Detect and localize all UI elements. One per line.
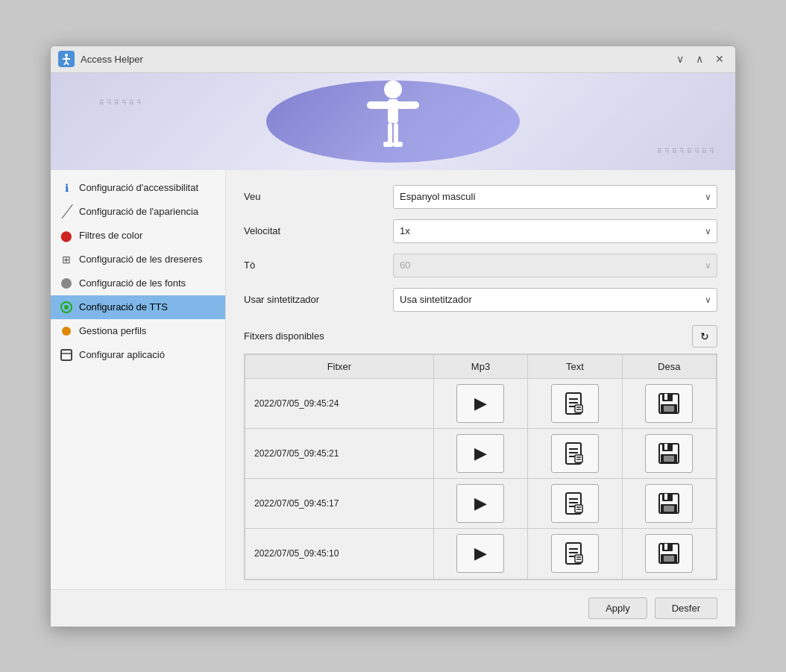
svg-rect-53: [664, 506, 674, 512]
sidebar-item-label: Configuració de les fonts: [79, 277, 186, 289]
desfer-button[interactable]: Desfer: [655, 597, 717, 619]
sint-select[interactable]: Usa sintetitzador Espeak Festival: [393, 288, 717, 312]
save-icon: [658, 442, 680, 465]
table-row: 2022/07/05_09:45:24 ▶: [245, 378, 717, 428]
col-fitxer: Fitxer: [245, 354, 434, 378]
sint-select-wrapper: Usa sintetitzador Espeak Festival ∨: [393, 288, 717, 312]
play-button-2[interactable]: ▶: [456, 484, 504, 523]
svg-rect-7: [367, 101, 419, 109]
svg-rect-39: [664, 444, 667, 450]
shortcuts-icon: ⊞: [60, 253, 73, 266]
text-button-0[interactable]: [551, 384, 599, 423]
appearance-icon: ╱: [60, 205, 73, 219]
text-cell-3: [528, 529, 622, 579]
mp3-cell-0: ▶: [433, 378, 527, 428]
table-row: 2022/07/05_09:45:17 ▶: [245, 479, 717, 529]
main-window: Access Helper ∨ ∧ ✕ ⠿⠻⠿⠻⠿⠻ ⠿⠻⠿⠻⠿⠻⠿⠻: [50, 45, 736, 627]
braille-right: ⠿⠻⠿⠻⠿⠻⠿⠻: [657, 148, 717, 155]
refresh-button[interactable]: ↻: [692, 325, 717, 348]
velocitat-label: Velocitat: [244, 225, 393, 236]
sidebar-item-label: Configuració d'accessibilitat: [79, 182, 198, 193]
color-filters-icon: ⬤: [60, 229, 73, 242]
svg-rect-46: [575, 505, 582, 512]
sidebar-item-label: Gestiona perfils: [79, 325, 146, 336]
svg-rect-16: [61, 350, 72, 360]
col-mp3: Mp3: [433, 354, 527, 378]
app-icon: [58, 51, 75, 67]
play-button-3[interactable]: ▶: [456, 534, 504, 573]
save-icon: [658, 542, 680, 565]
svg-rect-51: [664, 494, 667, 500]
sidebar-item-appearance[interactable]: ╱ Configuració de l'apariencia: [51, 200, 225, 224]
save-button-0[interactable]: [645, 384, 693, 423]
svg-line-4: [66, 62, 69, 65]
titlebar-controls: ∨ ∧ ✕: [673, 51, 728, 66]
velocitat-select-wrapper: 0.5x 1x 1.5x 2x ∨: [393, 219, 717, 243]
velocitat-select[interactable]: 0.5x 1x 1.5x 2x: [393, 219, 717, 243]
svg-rect-34: [575, 455, 582, 462]
to-select[interactable]: 60: [393, 254, 717, 277]
bottom-bar: Apply Desfer: [51, 589, 735, 627]
sidebar-item-accessibility[interactable]: ℹ Configuració d'accessibilitat: [51, 176, 225, 200]
accessibility-icon: ℹ: [60, 181, 73, 195]
sidebar-item-fonts[interactable]: Configuració de les fonts: [51, 271, 225, 295]
main-content: ℹ Configuració d'accessibilitat ╱ Config…: [51, 170, 735, 589]
sidebar-item-app-config[interactable]: Configurar aplicació: [51, 343, 225, 367]
files-table-wrapper: Fitxer Mp3 Text Desa 2022/07/05_09:45:24: [244, 354, 717, 580]
sidebar-item-profiles[interactable]: Gestiona perfils: [51, 319, 225, 343]
col-desa: Desa: [622, 354, 716, 378]
text-cell-1: [528, 428, 622, 478]
sidebar-item-label: Filtres de color: [79, 230, 142, 241]
play-button-1[interactable]: ▶: [456, 434, 504, 473]
text-button-2[interactable]: [551, 484, 599, 523]
sidebar-item-label: Configurar aplicació: [79, 349, 165, 360]
filename-cell: 2022/07/05_09:45:17: [245, 479, 434, 529]
svg-rect-58: [575, 555, 582, 562]
veu-label: Veu: [244, 191, 393, 202]
text-button-3[interactable]: [551, 534, 599, 573]
save-cell-2: [622, 479, 716, 529]
veu-select[interactable]: Espanyol masculí Espanyol femení Català …: [393, 185, 717, 209]
files-section: Fitxers disponibles ↻ Fitxer Mp3 Text De…: [244, 325, 717, 580]
to-row: Tò 60 ∨: [244, 254, 717, 277]
velocitat-row: Velocitat 0.5x 1x 1.5x 2x ∨: [244, 219, 717, 243]
svg-rect-10: [383, 142, 393, 147]
person-icon: [359, 79, 427, 154]
header-image: ⠿⠻⠿⠻⠿⠻ ⠿⠻⠿⠻⠿⠻⠿⠻: [51, 73, 735, 170]
table-row: 2022/07/05_09:45:10 ▶: [245, 529, 717, 579]
tts-icon: [60, 301, 73, 314]
sidebar-item-color-filters[interactable]: ⬤ Filtres de color: [51, 224, 225, 248]
sidebar-item-label: Configuració de les dreseres: [79, 254, 202, 265]
text-file-icon: [565, 442, 585, 465]
save-cell-0: [622, 378, 716, 428]
svg-rect-22: [575, 405, 582, 412]
save-cell-1: [622, 428, 716, 478]
filename-cell: 2022/07/05_09:45:21: [245, 428, 434, 478]
svg-rect-29: [664, 406, 674, 412]
files-table: Fitxer Mp3 Text Desa 2022/07/05_09:45:24: [245, 354, 717, 580]
svg-point-5: [384, 81, 402, 98]
col-text: Text: [528, 354, 622, 378]
minimize-button[interactable]: ∨: [673, 51, 688, 66]
text-button-1[interactable]: [551, 434, 599, 473]
text-file-icon: [565, 492, 585, 515]
mp3-cell-2: ▶: [433, 479, 527, 529]
maximize-button[interactable]: ∧: [692, 51, 707, 66]
close-button[interactable]: ✕: [711, 51, 728, 66]
filename-cell: 2022/07/05_09:45:24: [245, 378, 434, 428]
text-cell-0: [528, 378, 622, 428]
save-cell-3: [622, 529, 716, 579]
apply-button[interactable]: Apply: [588, 597, 647, 619]
save-button-1[interactable]: [645, 434, 693, 473]
sidebar-item-tts[interactable]: Configuració de TTS: [51, 295, 225, 319]
sint-row: Usar sintetitzador Usa sintetitzador Esp…: [244, 288, 717, 312]
svg-point-14: [64, 305, 69, 310]
play-button-0[interactable]: ▶: [456, 384, 504, 423]
settings-panel: Veu Espanyol masculí Espanyol femení Cat…: [226, 170, 735, 589]
braille-left: ⠿⠻⠿⠻⠿⠻: [99, 99, 144, 107]
save-button-2[interactable]: [645, 484, 693, 523]
veu-select-wrapper: Espanyol masculí Espanyol femení Català …: [393, 185, 717, 209]
save-button-3[interactable]: [645, 534, 693, 573]
sidebar-item-shortcuts[interactable]: ⊞ Configuració de les dreseres: [51, 248, 225, 271]
window-title: Access Helper: [81, 54, 143, 65]
